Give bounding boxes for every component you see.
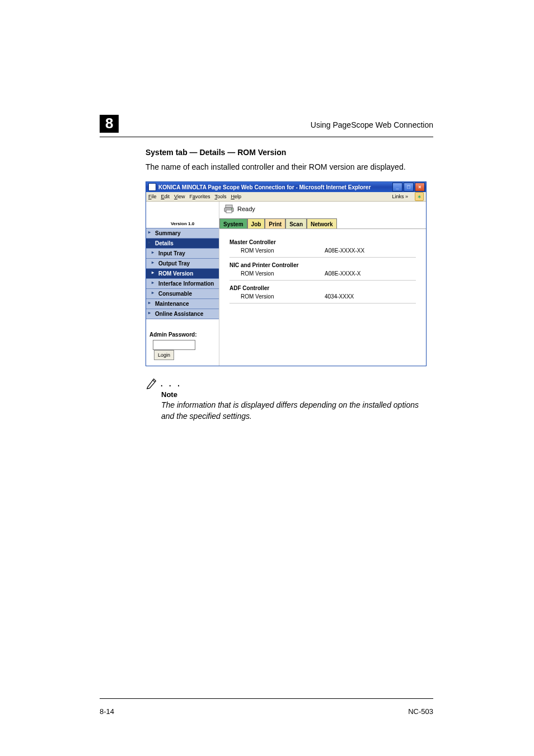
nav-consumable[interactable]: Consumable: [146, 288, 219, 299]
svg-rect-2: [226, 210, 232, 213]
group-master-controller: Master Controller: [229, 239, 416, 245]
nav-input-tray[interactable]: Input Tray: [146, 248, 219, 259]
value-master-rom: A08E-XXXX-XX: [325, 248, 364, 254]
divider: [229, 280, 416, 281]
svg-point-3: [231, 208, 232, 209]
group-nic-controller: NIC and Printer Controller: [229, 262, 416, 268]
menu-file[interactable]: File: [148, 194, 157, 199]
tab-job[interactable]: Job: [247, 218, 265, 228]
menu-bar: File Edit View Favorites Tools Help Link…: [146, 192, 426, 202]
svg-rect-0: [226, 205, 232, 208]
ie-app-icon: [148, 183, 156, 191]
nav-output-tray[interactable]: Output Tray: [146, 258, 219, 269]
nav-interface-info[interactable]: Interface Information: [146, 278, 219, 289]
nav-online-assistance[interactable]: Online Assistance: [146, 309, 219, 319]
note-dots: . . .: [160, 376, 181, 389]
menu-view[interactable]: View: [174, 194, 185, 199]
label-rom-version: ROM Version: [229, 270, 325, 277]
divider: [229, 257, 416, 258]
note-label: Note: [161, 390, 433, 399]
nav-rom-version[interactable]: ROM Version: [146, 268, 219, 279]
footer-rule: [100, 698, 433, 699]
window-close-button[interactable]: ×: [415, 183, 425, 192]
tab-print[interactable]: Print: [265, 218, 285, 228]
footer-doc-id: NC-503: [408, 707, 433, 716]
label-rom-version: ROM Version: [229, 248, 325, 254]
nav-summary[interactable]: Summary: [146, 228, 219, 239]
window-title-bar: KONICA MINOLTA Page Scope Web Connection…: [146, 182, 426, 192]
main-panel: Ready System Job Print Scan Network Mast…: [219, 202, 426, 366]
tab-scan[interactable]: Scan: [285, 218, 307, 228]
window-minimize-button[interactable]: _: [392, 183, 402, 192]
label-rom-version: ROM Version: [229, 293, 325, 300]
menu-help[interactable]: Help: [231, 194, 241, 199]
tab-row: System Job Print Scan Network: [219, 218, 426, 229]
value-adf-rom: 4034-XXXX: [325, 293, 354, 300]
printer-icon: [224, 204, 234, 214]
tab-network[interactable]: Network: [307, 218, 336, 228]
value-nic-rom: A08E-XXXX-X: [325, 270, 360, 277]
header-rule: [100, 137, 433, 137]
window-maximize-button[interactable]: □: [404, 183, 414, 192]
menu-tools[interactable]: Tools: [214, 194, 226, 199]
section-title: System tab — Details — ROM Version: [146, 148, 433, 157]
tab-system[interactable]: System: [219, 218, 247, 228]
nav-maintenance[interactable]: Maintenance: [146, 298, 219, 309]
menu-favorites[interactable]: Favorites: [189, 194, 210, 199]
window-title: KONICA MINOLTA Page Scope Web Connection…: [158, 184, 391, 190]
note-body: The information that is displayed differ…: [161, 400, 433, 422]
ie-throbber-icon: ✶: [415, 192, 424, 201]
row-master-rom: ROM Version A08E-XXXX-XX: [229, 248, 416, 254]
left-panel: Version 1.0 Summary Details Input Tray O…: [146, 202, 219, 366]
links-label[interactable]: Links: [392, 194, 408, 199]
chapter-number: 8: [100, 115, 119, 133]
side-nav: Summary Details Input Tray Output Tray R…: [146, 228, 219, 319]
row-adf-rom: ROM Version 4034-XXXX: [229, 293, 416, 300]
admin-password-label: Admin Password:: [149, 332, 216, 338]
status-text: Ready: [237, 206, 255, 212]
nav-details[interactable]: Details: [146, 238, 219, 249]
running-head: Using PageScope Web Connection: [311, 120, 433, 129]
app-logo-version: Version 1.0: [146, 202, 219, 228]
note-icon: . . .: [146, 376, 433, 389]
footer-page-number: 8-14: [100, 707, 114, 716]
login-button[interactable]: Login: [154, 350, 174, 360]
row-nic-rom: ROM Version A08E-XXXX-X: [229, 270, 416, 277]
group-adf-controller: ADF Controller: [229, 285, 416, 291]
menu-edit[interactable]: Edit: [161, 194, 170, 199]
browser-window: KONICA MINOLTA Page Scope Web Connection…: [146, 181, 427, 366]
admin-password-input[interactable]: [153, 340, 195, 350]
divider: [229, 303, 416, 304]
section-intro: The name of each installed controller an…: [146, 162, 433, 171]
